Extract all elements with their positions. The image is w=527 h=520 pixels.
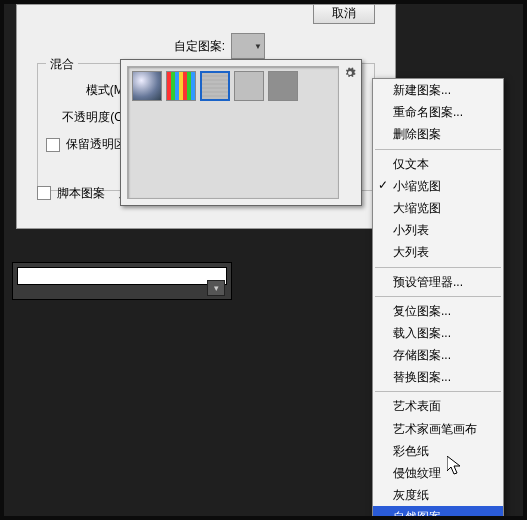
menu-item[interactable]: 载入图案... — [373, 322, 503, 344]
blend-legend: 混合 — [46, 56, 78, 73]
menu-item[interactable]: 新建图案... — [373, 79, 503, 101]
menu-separator — [375, 296, 501, 297]
script-pattern-checkbox[interactable] — [37, 186, 51, 200]
chevron-down-icon: ▼ — [254, 42, 262, 51]
menu-item[interactable]: 仅文本 — [373, 153, 503, 175]
preserve-transparency-checkbox[interactable] — [46, 138, 60, 152]
custom-pattern-picker[interactable]: ▼ — [231, 33, 265, 59]
menu-separator — [375, 267, 501, 268]
menu-item[interactable]: 删除图案 — [373, 123, 503, 145]
menu-separator — [375, 391, 501, 392]
menu-item[interactable]: 小列表 — [373, 219, 503, 241]
cancel-button[interactable]: 取消 — [313, 5, 375, 24]
custom-pattern-label: 自定图案: — [174, 38, 225, 55]
menu-item[interactable]: 艺术表面 — [373, 395, 503, 417]
menu-item[interactable]: 替换图案... — [373, 366, 503, 388]
script-pattern-label: 脚本图案 — [57, 185, 105, 202]
preserve-transparency-label: 保留透明区 — [66, 136, 126, 153]
menu-item[interactable]: 复位图案... — [373, 300, 503, 322]
secondary-panel: ▾ — [12, 262, 232, 300]
screenshot-frame: 取消 自定图案: ▼ 混合 模式(M): 不透明度(O): 保留透明区 — [0, 0, 527, 520]
menu-item[interactable]: 自然图案 — [373, 506, 503, 520]
menu-item[interactable]: 艺术家画笔画布 — [373, 418, 503, 440]
opacity-label: 不透明度(O): — [46, 109, 131, 126]
pattern-thumb[interactable] — [234, 71, 264, 101]
menu-item[interactable]: 灰度纸 — [373, 484, 503, 506]
mode-label: 模式(M): — [46, 82, 131, 99]
secondary-panel-field[interactable] — [17, 267, 227, 285]
menu-item[interactable]: 大列表 — [373, 241, 503, 263]
pattern-picker-popup — [120, 59, 362, 206]
menu-item[interactable]: 大缩览图 — [373, 197, 503, 219]
menu-item[interactable]: 彩色纸 — [373, 440, 503, 462]
menu-item[interactable]: 重命名图案... — [373, 101, 503, 123]
pattern-thumb[interactable] — [132, 71, 162, 101]
pattern-thumb[interactable] — [268, 71, 298, 101]
menu-item[interactable]: 预设管理器... — [373, 271, 503, 293]
gear-icon[interactable] — [343, 66, 357, 80]
pattern-thumb[interactable] — [166, 71, 196, 101]
menu-item[interactable]: 小缩览图✓ — [373, 175, 503, 197]
secondary-panel-dropdown[interactable]: ▾ — [207, 280, 225, 296]
pattern-grid — [127, 66, 339, 199]
menu-separator — [375, 149, 501, 150]
menu-item[interactable]: 存储图案... — [373, 344, 503, 366]
pattern-thumb-selected[interactable] — [200, 71, 230, 101]
check-icon: ✓ — [378, 177, 388, 193]
pattern-flyout-menu: 新建图案...重命名图案...删除图案仅文本小缩览图✓大缩览图小列表大列表预设管… — [372, 78, 504, 520]
menu-item[interactable]: 侵蚀纹理 — [373, 462, 503, 484]
